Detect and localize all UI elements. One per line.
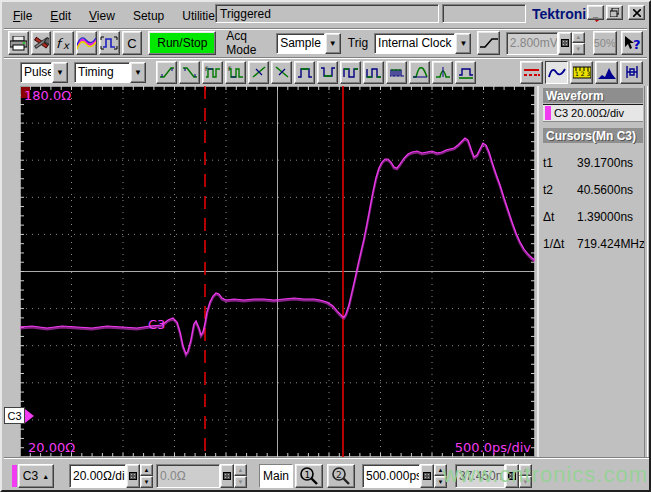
pos-width-icon: F bbox=[205, 65, 221, 79]
trig-level-keypad-icon[interactable] bbox=[558, 32, 572, 55]
printer-icon bbox=[10, 36, 27, 51]
math-button[interactable]: f x bbox=[53, 31, 74, 55]
color-waveform-icon bbox=[77, 36, 96, 50]
mask-view-button[interactable] bbox=[620, 61, 643, 84]
rising-slope-icon bbox=[480, 37, 498, 49]
timebase-scale-label: 500.0ps/div bbox=[455, 440, 531, 455]
horizontal-position-keypad-icon[interactable] bbox=[505, 464, 519, 488]
meas-category-select[interactable]: Timing ▼ bbox=[74, 62, 146, 83]
signal-type-select[interactable]: Pulse ▼ bbox=[20, 62, 68, 83]
measure-neg-pulse-button[interactable] bbox=[317, 61, 338, 84]
waveform-view-button[interactable] bbox=[545, 61, 568, 84]
print-button[interactable] bbox=[8, 31, 29, 55]
measure-fall-time-button[interactable] bbox=[179, 61, 200, 84]
panel-divider bbox=[644, 86, 648, 457]
measure-pos-overshoot-button[interactable] bbox=[409, 61, 430, 84]
close-button[interactable] bbox=[628, 5, 645, 20]
vertical-offset-keypad-icon[interactable] bbox=[220, 464, 234, 488]
vertical-scale-control: 20.00Ω/di ▲▼ bbox=[69, 464, 153, 488]
trig-source-dropdown-icon[interactable]: ▼ bbox=[455, 33, 471, 54]
t1-value: 39.1700ns bbox=[577, 156, 633, 170]
signal-type-dropdown-icon[interactable]: ▼ bbox=[52, 62, 68, 83]
waveform-entry-label: C3 20.00Ω/div bbox=[554, 107, 624, 119]
trig-level-value[interactable]: 2.800mV bbox=[506, 32, 558, 55]
set-50-label: 50% bbox=[594, 37, 616, 49]
acq-mode-dropdown-icon[interactable]: ▼ bbox=[325, 33, 341, 54]
trigger-status: Triggered bbox=[215, 4, 439, 23]
horizontal-position-control: 37.450n ▲▼ bbox=[455, 464, 532, 488]
measure-cross-neg-button[interactable] bbox=[271, 61, 292, 84]
zoom-2-button[interactable]: 2 bbox=[327, 464, 355, 488]
fx-icon: f x bbox=[55, 36, 73, 50]
timebase-keypad-icon[interactable] bbox=[420, 464, 434, 488]
set-50-button[interactable]: 50% bbox=[593, 31, 617, 55]
context-help-button[interactable]: ? bbox=[621, 31, 643, 55]
vertical-offset-control: 0.0Ω ▲▼ bbox=[156, 464, 247, 488]
burst-width-icon bbox=[389, 65, 405, 79]
measure-duty-cycle-button[interactable] bbox=[363, 61, 384, 84]
measurement-view-button[interactable]: 1 2 3 bbox=[570, 61, 593, 84]
tools-button[interactable] bbox=[31, 31, 52, 55]
compensation-button[interactable]: C bbox=[122, 31, 143, 55]
timebase-scale-value[interactable]: 500.000ps bbox=[362, 464, 420, 488]
readout-panel: Waveform C3 20.00Ω/div Cursors(Mn C3) t1… bbox=[537, 86, 651, 457]
vertical-scale-spinner[interactable]: ▲▼ bbox=[140, 464, 153, 488]
histogram-icon bbox=[598, 66, 616, 79]
measure-period-button[interactable] bbox=[340, 61, 361, 84]
measure-amplitude-button[interactable] bbox=[432, 61, 453, 84]
minimize-button[interactable]: _ bbox=[587, 5, 604, 20]
peak-amplitude-icon bbox=[435, 65, 451, 79]
measure-pos-pulse-button[interactable] bbox=[294, 61, 315, 84]
menu-setup[interactable]: Setup bbox=[124, 6, 173, 26]
measure-burst-button[interactable] bbox=[386, 61, 407, 84]
duty-cycle-icon bbox=[366, 65, 382, 79]
waveform-database-button[interactable] bbox=[76, 31, 97, 55]
magnifier-2-icon: 2 bbox=[331, 467, 351, 485]
vertical-scale-keypad-icon[interactable] bbox=[126, 464, 140, 488]
pos-overshoot-icon bbox=[412, 65, 428, 79]
restore-button[interactable] bbox=[606, 5, 623, 20]
readout-t2: t2 40.5600ns bbox=[543, 183, 647, 197]
t1-label: t1 bbox=[543, 156, 577, 170]
t2-label: t2 bbox=[543, 183, 577, 197]
rise-time-icon bbox=[159, 65, 175, 79]
vertical-offset-value[interactable]: 0.0Ω bbox=[156, 464, 220, 488]
inv-delta-t-label: 1/Δt bbox=[543, 237, 577, 251]
histogram-view-button[interactable] bbox=[595, 61, 618, 84]
trig-source-select[interactable]: Internal Clock ▼ bbox=[374, 33, 471, 54]
graticule[interactable]: 180.0Ω20.00Ω500.0ps/divC3 bbox=[20, 86, 535, 457]
trig-level-spinner[interactable]: ▲▼ bbox=[572, 32, 585, 55]
timebase-spinner[interactable]: ▲▼ bbox=[434, 464, 447, 488]
neg-pulse-icon bbox=[320, 65, 336, 79]
channel-select-button[interactable]: C3▲ bbox=[18, 464, 54, 488]
signal-type-value: Pulse bbox=[20, 62, 52, 83]
t2-value: 40.5600ns bbox=[577, 183, 633, 197]
channel-position-marker[interactable]: C3 bbox=[4, 407, 25, 424]
top-scale-label: 180.0Ω bbox=[24, 88, 71, 103]
menu-edit[interactable]: Edit bbox=[41, 6, 80, 26]
pulse-capture-button[interactable] bbox=[99, 31, 120, 55]
channel-color-stripe bbox=[12, 465, 17, 487]
measure-cross-pos-button[interactable] bbox=[248, 61, 269, 84]
menu-file[interactable]: File bbox=[4, 6, 41, 26]
vertical-scale-value[interactable]: 20.00Ω/di bbox=[69, 464, 126, 488]
cursors-view-button[interactable] bbox=[520, 61, 543, 84]
bottom-scale-label: 20.00Ω bbox=[28, 440, 75, 455]
trig-slope-button[interactable] bbox=[477, 31, 499, 55]
crossing-rise-icon bbox=[251, 65, 267, 79]
waveform-entry[interactable]: C3 20.00Ω/div bbox=[543, 104, 643, 122]
zoom-1-button[interactable]: 1 bbox=[295, 464, 323, 488]
acq-mode-select[interactable]: Sample ▼ bbox=[276, 33, 341, 54]
meas-category-dropdown-icon[interactable]: ▼ bbox=[130, 62, 146, 83]
horizontal-position-value[interactable]: 37.450n bbox=[455, 464, 505, 488]
measure-pos-width-button[interactable]: F bbox=[202, 61, 223, 84]
horizontal-position-spinner[interactable]: ▲▼ bbox=[519, 464, 532, 488]
run-stop-button[interactable]: Run/Stop bbox=[148, 31, 216, 55]
measure-base-top-button[interactable] bbox=[455, 61, 476, 84]
channel-select-label: C3 bbox=[23, 469, 38, 483]
menu-view[interactable]: View bbox=[80, 6, 124, 26]
vertical-offset-spinner[interactable]: ▲▼ bbox=[234, 464, 247, 488]
measure-neg-width-button[interactable]: F bbox=[225, 61, 246, 84]
measure-rise-time-button[interactable] bbox=[156, 61, 177, 84]
meas-category-value: Timing bbox=[74, 62, 130, 83]
